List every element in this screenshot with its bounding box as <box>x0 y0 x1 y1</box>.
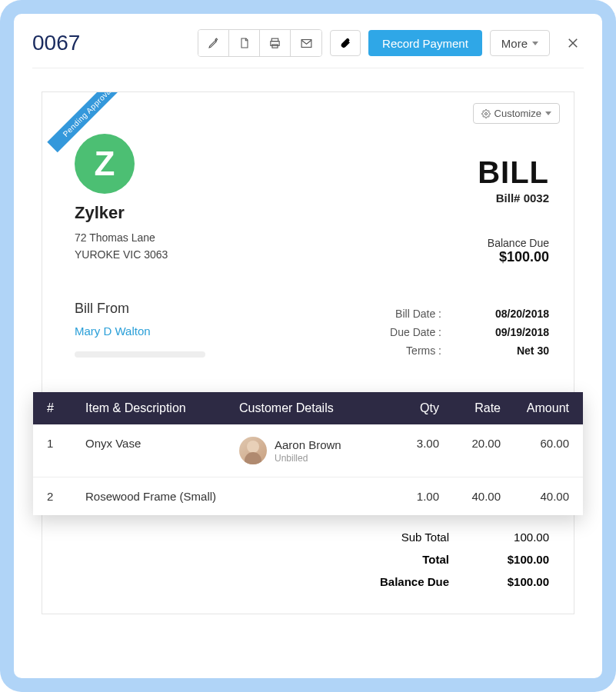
bill-meta: Bill Date : 08/20/2018 Due Date : 09/19/… <box>380 308 549 363</box>
terms-value: Net 30 <box>480 344 549 357</box>
row-item: Onyx Vase <box>85 437 239 450</box>
avatar <box>239 437 267 464</box>
balance-label: Balance Due <box>488 237 549 249</box>
row-qty: 3.00 <box>385 437 439 450</box>
balance-due-label: Balance Due <box>357 575 449 588</box>
col-num: # <box>47 401 85 415</box>
bill-title: BILL <box>478 155 549 190</box>
print-button[interactable] <box>260 30 291 56</box>
bill-date-label: Bill Date : <box>380 308 441 320</box>
close-button[interactable] <box>562 32 584 54</box>
balance-due-value: $100.00 <box>480 575 549 588</box>
row-amount: 60.00 <box>501 437 569 450</box>
table-header: # Item & Description Customer Details Qt… <box>33 392 583 424</box>
col-amount: Amount <box>501 401 569 415</box>
customize-label: Customize <box>494 108 541 119</box>
gear-icon <box>481 109 491 118</box>
row-qty: 1.00 <box>385 490 439 503</box>
col-customer: Customer Details <box>239 401 385 415</box>
page-number: 0067 <box>32 31 80 55</box>
printer-icon <box>268 37 281 50</box>
paperclip-icon <box>339 37 351 49</box>
svg-point-4 <box>484 112 487 115</box>
topbar: 0067 Record Payment Mo <box>32 29 584 68</box>
svg-rect-2 <box>272 44 278 47</box>
attach-button[interactable] <box>330 30 361 56</box>
pdf-icon <box>238 37 251 49</box>
terms-label: Terms : <box>380 344 441 357</box>
table-row: 2 Rosewood Frame (Small) 1.00 40.00 40.0… <box>33 477 583 515</box>
line-items-table: # Item & Description Customer Details Qt… <box>33 392 583 515</box>
chevron-down-icon <box>545 111 551 115</box>
close-icon <box>566 36 580 50</box>
bill-date-value: 08/20/2018 <box>480 308 549 320</box>
vendor-address-line2: YUROKE VIC 3063 <box>75 246 552 263</box>
customer-status: Unbilled <box>275 453 341 464</box>
bill-card: Pending Approval Customize Z Zylker 72 T… <box>42 91 574 614</box>
row-amount: 40.00 <box>501 490 569 503</box>
edit-button[interactable] <box>198 30 229 56</box>
record-payment-button[interactable]: Record Payment <box>368 30 482 56</box>
table-row: 1 Onyx Vase Aaron Brown Unbilled 3.00 20… <box>33 424 583 477</box>
row-num: 1 <box>47 437 85 450</box>
balance-block: Balance Due $100.00 <box>488 237 549 265</box>
more-label: More <box>501 37 528 50</box>
subtotal-value: 100.00 <box>480 531 549 544</box>
bill-title-block: BILL Bill# 0032 <box>478 155 549 205</box>
pencil-icon <box>208 37 220 49</box>
row-rate: 40.00 <box>439 490 501 503</box>
row-rate: 20.00 <box>439 437 501 450</box>
due-date-value: 09/19/2018 <box>480 326 549 338</box>
vendor-address-line1: 72 Thomas Lane <box>75 229 552 246</box>
col-rate: Rate <box>439 401 501 415</box>
balance-amount: $100.00 <box>488 249 549 265</box>
pdf-button[interactable] <box>229 30 260 56</box>
action-icon-group <box>198 29 322 57</box>
row-customer: Aaron Brown Unbilled <box>239 437 385 464</box>
status-ribbon: Pending Approval <box>42 92 127 177</box>
due-date-label: Due Date : <box>380 326 441 338</box>
col-item: Item & Description <box>85 401 239 415</box>
col-qty: Qty <box>385 401 439 415</box>
email-button[interactable] <box>291 30 321 56</box>
mail-icon <box>300 37 313 50</box>
vendor-name: Zylker <box>75 203 552 223</box>
more-button[interactable]: More <box>490 30 550 56</box>
row-item: Rosewood Frame (Small) <box>85 490 239 503</box>
row-num: 2 <box>47 490 85 503</box>
bill-number: Bill# 0032 <box>478 191 549 205</box>
total-label: Total <box>357 553 449 566</box>
status-ribbon-label: Pending Approval <box>47 92 127 152</box>
customer-name: Aaron Brown <box>275 438 341 451</box>
chevron-down-icon <box>532 42 538 45</box>
totals-block: Sub Total 100.00 Total $100.00 Balance D… <box>357 531 549 597</box>
total-value: $100.00 <box>480 553 549 566</box>
placeholder-line <box>75 351 205 358</box>
subtotal-label: Sub Total <box>357 531 449 544</box>
customize-button[interactable]: Customize <box>473 103 560 124</box>
